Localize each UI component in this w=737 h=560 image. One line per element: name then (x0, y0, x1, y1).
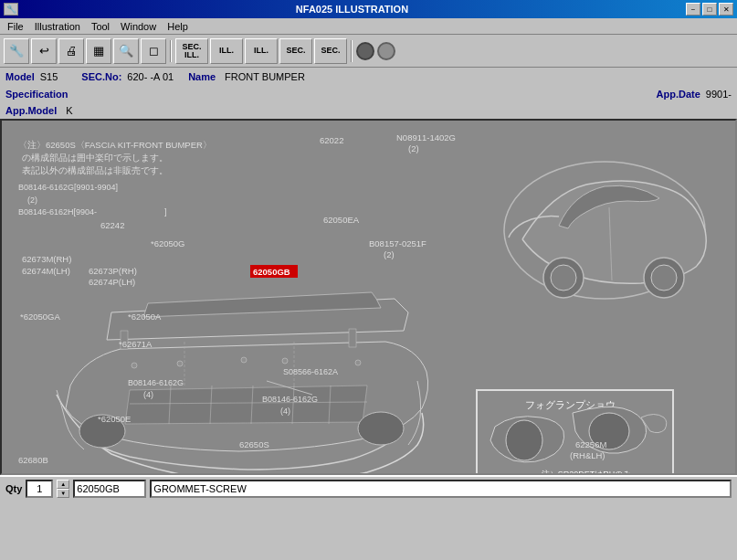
info-bar-1: Model S15 SEC.No: 620- -A 01 Name FRONT … (0, 68, 737, 86)
sec-no-label: SEC.No: (81, 71, 121, 82)
svg-text:(2): (2) (408, 143, 419, 153)
qty-down-button[interactable]: ▼ (57, 489, 69, 498)
qty-spinner: ▲ ▼ (57, 480, 69, 498)
app-icon: 🔧 (4, 3, 18, 16)
svg-point-19 (241, 357, 247, 363)
part-desc-display: GROMMET-SCREW (150, 480, 732, 498)
svg-text:B08146-6162H[9904-: B08146-6162H[9904- (18, 207, 97, 217)
title-bar: 🔧 NFA025 ILLUSTRATION − □ ✕ (0, 0, 737, 18)
info-bar-2: Specification App.Date 9901- (0, 86, 737, 102)
zoom-button[interactable]: 🔍 (113, 38, 139, 64)
svg-text:注）SR20DETはRHのみ: 注）SR20DETはRHのみ (542, 470, 632, 473)
svg-text:B08146-6162G[9901-9904]: B08146-6162G[9901-9904] (18, 183, 118, 192)
svg-text:62673M(RH): 62673M(RH) (22, 254, 71, 264)
tool-icon-button[interactable]: 🔧 (4, 38, 29, 64)
svg-point-5 (651, 265, 677, 291)
circle-tool-2[interactable] (377, 42, 395, 60)
svg-text:62674P(LH): 62674P(LH) (89, 277, 135, 287)
toolbar: 🔧 ↩ 🖨 ▦ 🔍 ◻ SEC.ILL. ILL. ILL. SEC. SEC. (0, 35, 737, 68)
svg-text:62650S: 62650S (239, 439, 269, 449)
model-label: Model (5, 71, 35, 82)
print-button[interactable]: 🖨 (58, 38, 84, 64)
app-model-value: K (66, 105, 72, 116)
svg-point-3 (551, 265, 576, 291)
svg-text:*62050G: *62050G (151, 238, 185, 248)
svg-text:62050GB: 62050GB (253, 267, 290, 277)
svg-point-17 (132, 363, 137, 368)
circle-tool-1[interactable] (356, 42, 374, 60)
app-date-label: App.Date (657, 89, 700, 100)
svg-text:62256M: 62256M (575, 439, 606, 449)
illustration-svg: フォグランプショウ 注）SR20DETはRHのみ 〈注〉62650S〈FASCI… (2, 121, 735, 473)
svg-text:62673P(RH): 62673P(RH) (89, 266, 137, 276)
title-controls: − □ ✕ (686, 3, 733, 16)
svg-text:62680B: 62680B (18, 455, 48, 465)
qty-input[interactable] (26, 480, 53, 498)
bottom-bar: Qty ▲ ▼ 62050GB GROMMET-SCREW (0, 475, 737, 501)
sec-ill-button-1[interactable]: SEC.ILL. (175, 38, 208, 64)
menu-illustration[interactable]: Illustration (29, 20, 86, 33)
svg-text:(2): (2) (27, 195, 37, 205)
svg-text:S08566-6162A: S08566-6162A (283, 367, 338, 376)
name-value: FRONT BUMPER (225, 71, 305, 82)
menu-bar: File Illustration Tool Window Help (0, 18, 737, 35)
svg-text:62050EA: 62050EA (323, 215, 360, 225)
toolbar-separator-2 (351, 40, 353, 62)
svg-point-25 (506, 420, 542, 460)
svg-text:B08146-6162G: B08146-6162G (262, 395, 318, 404)
svg-text:の構成部品は囲中楽印で示します。: の構成部品は囲中楽印で示します。 (22, 153, 168, 163)
svg-text:B08157-0251F: B08157-0251F (369, 238, 426, 248)
menu-help[interactable]: Help (162, 20, 194, 33)
select-button[interactable]: ◻ (141, 38, 166, 64)
svg-text:(2): (2) (384, 249, 395, 259)
part-code-display: 62050GB (73, 480, 146, 498)
maximize-button[interactable]: □ (702, 3, 717, 16)
svg-text:(RH&LH): (RH&LH) (570, 450, 605, 460)
qty-up-button[interactable]: ▲ (57, 480, 69, 489)
sec-button-2[interactable]: SEC. (314, 38, 347, 64)
close-button[interactable]: ✕ (719, 3, 733, 16)
svg-text:]: ] (164, 207, 167, 217)
menu-window[interactable]: Window (115, 20, 162, 33)
menu-tool[interactable]: Tool (86, 20, 115, 33)
menu-file[interactable]: File (2, 20, 29, 33)
grid-button[interactable]: ▦ (86, 38, 111, 64)
svg-point-18 (355, 360, 361, 365)
name-label: Name (188, 71, 216, 82)
minimize-button[interactable]: − (686, 3, 700, 16)
svg-text:*62050A: *62050A (128, 312, 162, 322)
sec-no-value: 620- -A 01 (127, 71, 174, 82)
undo-button[interactable]: ↩ (31, 38, 57, 64)
app-date-value: 9901- (706, 89, 732, 100)
svg-point-20 (177, 361, 183, 366)
svg-text:*62671A: *62671A (119, 339, 153, 349)
app-model-label: App.Model (5, 105, 57, 116)
svg-text:*62050E: *62050E (98, 414, 131, 424)
spec-label: Specification (5, 89, 68, 100)
svg-text:〈注〉62650S〈FASCIA KIT-FRONT BUM: 〈注〉62650S〈FASCIA KIT-FRONT BUMPER〉 (18, 140, 212, 150)
svg-rect-16 (349, 329, 356, 347)
svg-text:62022: 62022 (320, 135, 343, 145)
svg-text:62674M(LH): 62674M(LH) (22, 266, 70, 276)
svg-text:*62050GA: *62050GA (20, 312, 61, 322)
sec-button-1[interactable]: SEC. (279, 38, 312, 64)
illustration-area[interactable]: フォグランプショウ 注）SR20DETはRHのみ 〈注〉62650S〈FASCI… (0, 119, 737, 475)
ill-button-1[interactable]: ILL. (210, 38, 243, 64)
qty-label: Qty (5, 483, 22, 494)
toolbar-separator-1 (170, 40, 172, 62)
info-bar-3: App.Model K (0, 102, 737, 119)
window-title: NFA025 ILLUSTRATION (18, 4, 686, 15)
svg-point-21 (282, 358, 288, 364)
model-value: S15 (40, 71, 58, 82)
svg-text:62242: 62242 (100, 220, 124, 230)
svg-text:(4): (4) (280, 407, 290, 416)
svg-text:B08146-6162G: B08146-6162G (128, 378, 184, 387)
svg-point-14 (358, 412, 404, 445)
svg-text:(4): (4) (143, 390, 153, 399)
ill-button-2[interactable]: ILL. (245, 38, 278, 64)
svg-text:N08911-1402G: N08911-1402G (396, 132, 456, 143)
svg-text:表記以外の構成部品は非販売です。: 表記以外の構成部品は非販売です。 (22, 165, 168, 175)
